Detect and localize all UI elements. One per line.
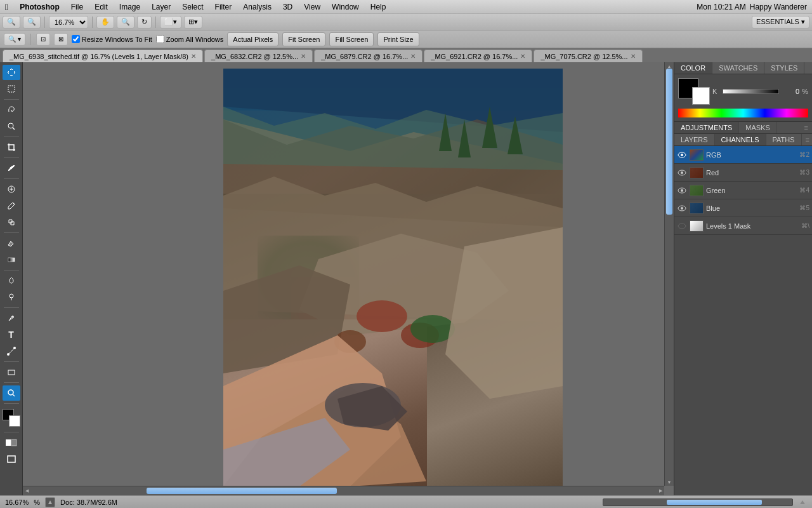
brush-tool[interactable]	[3, 198, 20, 213]
close-tab-0[interactable]: ✕	[191, 53, 196, 60]
print-size-btn[interactable]: Print Size	[377, 32, 419, 46]
quick-select-tool[interactable]	[3, 119, 20, 134]
path-tool[interactable]	[3, 344, 20, 359]
menu-image[interactable]: Image	[114, 1, 145, 13]
eye-icon-mask[interactable]	[677, 221, 687, 231]
menu-select[interactable]: Select	[177, 1, 208, 13]
menu-layer[interactable]: Layer	[147, 1, 176, 13]
fit-screen-btn[interactable]: Fit Screen	[282, 32, 325, 46]
toolbar-rotate-tool[interactable]: ↻	[137, 16, 152, 29]
quick-mask-tool[interactable]	[3, 435, 20, 450]
menu-file[interactable]: File	[66, 1, 88, 13]
doc-tab-1[interactable]: _MG_6832.CR2 @ 12.5%... ✕	[204, 50, 313, 62]
doc-tab-0[interactable]: _MG_6938_stitched.tif @ 16.7% (Levels 1,…	[3, 50, 203, 62]
tab-channels[interactable]: CHANNELS	[715, 134, 766, 145]
actual-pixels-btn[interactable]: Actual Pixels	[227, 32, 278, 46]
menu-view[interactable]: View	[299, 1, 325, 13]
channel-row-blue[interactable]: Blue ⌘5	[674, 199, 812, 217]
zoom-all-check[interactable]: Zoom All Windows	[156, 35, 223, 43]
color-spectrum-bar[interactable]	[678, 109, 808, 117]
doc-tab-3[interactable]: _MG_6921.CR2 @ 16.7%... ✕	[424, 50, 532, 62]
zoom-all-checkbox[interactable]	[156, 35, 164, 43]
toolbar-essentials[interactable]: ESSENTIALS ▾	[752, 16, 809, 29]
k-slider[interactable]	[723, 89, 779, 94]
resize-windows-checkbox[interactable]	[72, 35, 80, 43]
toolbar-zoom-out[interactable]: 🔍	[3, 16, 20, 29]
background-swatch[interactable]	[692, 87, 710, 105]
menu-analysis[interactable]: Analysis	[238, 1, 277, 13]
gradient-tool[interactable]	[3, 252, 20, 267]
tab-layers[interactable]: LAYERS	[674, 134, 715, 145]
channel-thumb-blue	[690, 203, 704, 214]
vertical-scroll-thumb[interactable]	[666, 69, 672, 215]
menu-filter[interactable]: Filter	[210, 1, 237, 13]
eye-icon-rgb[interactable]	[677, 150, 687, 160]
menu-edit[interactable]: Edit	[89, 1, 113, 13]
tab-color[interactable]: COLOR	[674, 62, 712, 74]
horizontal-scroll-thumb[interactable]	[147, 488, 337, 494]
crop-tool[interactable]	[3, 140, 20, 155]
zoom-fit-btn[interactable]: ⊡	[36, 33, 50, 46]
menu-help[interactable]: Help	[365, 1, 391, 13]
horizontal-scrollbar[interactable]: ◀ ▶	[23, 486, 664, 495]
move-tool[interactable]	[3, 65, 20, 80]
svg-marker-34	[800, 500, 805, 504]
apple-menu[interactable]: 	[5, 2, 8, 12]
zoom-search-tool[interactable]	[3, 385, 20, 401]
channel-row-red[interactable]: Red ⌘3	[674, 164, 812, 182]
tab-adjustments[interactable]: ADJUSTMENTS	[674, 122, 739, 133]
heal-tool[interactable]	[3, 182, 20, 197]
zoom-info-btn[interactable]	[45, 497, 55, 507]
menu-window[interactable]: Window	[327, 1, 364, 13]
fill-screen-btn[interactable]: Fill Screen	[329, 32, 374, 46]
toolbar-hand-tool[interactable]: ✋	[96, 16, 114, 29]
toolbar-zoom-tool[interactable]: 🔍	[117, 16, 134, 29]
vertical-scrollbar[interactable]: ▲ ▼	[664, 62, 674, 486]
eye-icon-red[interactable]	[677, 168, 687, 178]
close-tab-4[interactable]: ✕	[631, 53, 636, 60]
lasso-tool[interactable]	[3, 102, 20, 117]
svg-rect-18	[8, 456, 15, 462]
close-tab-3[interactable]: ✕	[520, 53, 525, 60]
zoom-actual-btn[interactable]: ⊠	[54, 33, 68, 46]
background-color[interactable]	[9, 415, 20, 427]
close-tab-1[interactable]: ✕	[301, 53, 306, 60]
color-k-row: K 0 %	[712, 88, 808, 95]
doc-tab-4[interactable]: _MG_7075.CR2 @ 12.5%... ✕	[534, 50, 642, 62]
color-swatches[interactable]	[3, 409, 20, 427]
resize-windows-check[interactable]: Resize Windows To Fit	[72, 35, 152, 43]
menu-3d[interactable]: 3D	[278, 1, 298, 13]
channel-row-green[interactable]: Green ⌘4	[674, 182, 812, 199]
toolbar-zoom-in[interactable]: 🔍	[23, 16, 41, 29]
toolbar-extras[interactable]: ⊞▾	[184, 16, 202, 29]
eyedropper-tool[interactable]	[3, 161, 20, 176]
shape-tool[interactable]	[3, 364, 20, 380]
tab-styles[interactable]: STYLES	[764, 62, 804, 74]
channel-row-rgb[interactable]: RGB ⌘2	[674, 146, 812, 164]
toolbar-screen-mode[interactable]: ⬜▾	[160, 16, 181, 29]
tab-masks[interactable]: MASKS	[739, 122, 777, 133]
zoom-level-select[interactable]: 16.7% 25% 50% 100%	[49, 16, 88, 29]
tool-sep-5	[4, 232, 19, 233]
eraser-tool[interactable]	[3, 236, 20, 251]
type-tool[interactable]: T	[3, 327, 20, 342]
tab-paths[interactable]: PATHS	[766, 134, 802, 145]
eye-icon-green[interactable]	[677, 185, 687, 196]
bottom-scroll-thumb[interactable]	[667, 500, 762, 505]
blur-tool[interactable]	[3, 273, 20, 288]
clone-tool[interactable]	[3, 215, 20, 230]
marquee-tool[interactable]	[3, 81, 20, 97]
close-tab-2[interactable]: ✕	[410, 53, 416, 60]
bottom-scroll-indicator[interactable]	[603, 498, 793, 506]
menu-photoshop[interactable]: Photoshop	[15, 1, 65, 13]
channel-row-mask[interactable]: Levels 1 Mask ⌘\	[674, 217, 812, 235]
pen-tool[interactable]	[3, 311, 20, 326]
zoom-btn-small[interactable]: 🔍 ▾	[4, 33, 25, 46]
doc-tab-2[interactable]: _MG_6879.CR2 @ 16.7%... ✕	[314, 50, 422, 62]
screen-mode-tool[interactable]	[3, 451, 20, 467]
dodge-tool[interactable]	[3, 290, 20, 305]
eye-icon-blue[interactable]	[677, 203, 687, 213]
status-arrow-icon	[798, 498, 807, 507]
svg-point-14	[8, 390, 13, 395]
tab-swatches[interactable]: SWATCHES	[712, 62, 764, 74]
